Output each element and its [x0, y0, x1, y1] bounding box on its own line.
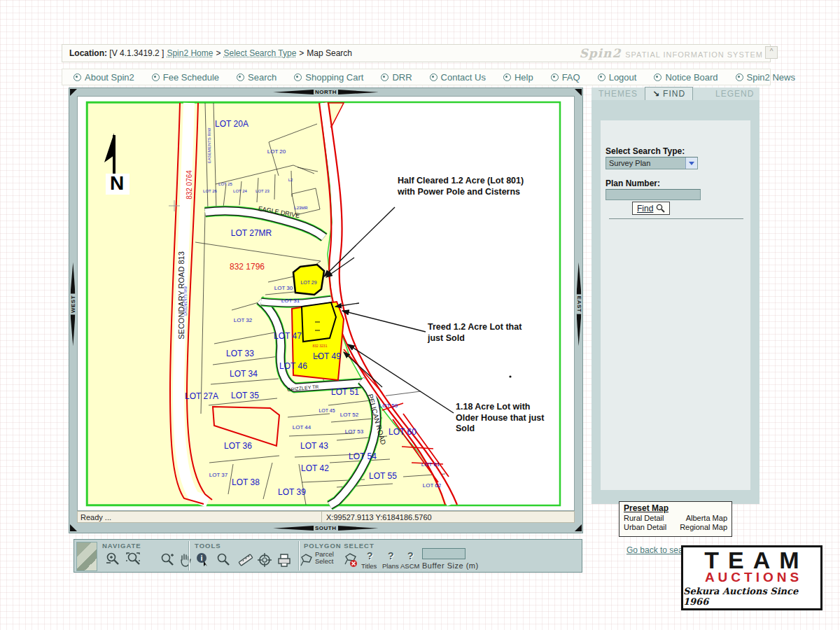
map-annotation: Older House that just	[456, 413, 545, 423]
map-label: LOT 31	[281, 298, 300, 304]
pan-hand-icon[interactable]	[176, 552, 193, 568]
measure-ruler-icon[interactable]	[237, 552, 254, 568]
map-annotation: with Power Pole and Cisterns	[397, 187, 520, 197]
find-button-label: Find	[637, 204, 653, 214]
map-corner-arrow-nw[interactable]	[70, 89, 77, 96]
ascm-label[interactable]: ASCM	[400, 562, 419, 570]
map-label: LOT 27MR	[231, 228, 272, 238]
parcel-select-icon[interactable]	[299, 552, 316, 568]
map-corner-arrow-ne[interactable]	[575, 89, 582, 96]
plan-number-input[interactable]	[606, 189, 701, 200]
menu-label: Spin2 News	[747, 72, 795, 83]
menu-label: Search	[248, 72, 276, 83]
plans-label[interactable]: Plans	[382, 562, 399, 570]
center-target-icon[interactable]	[256, 552, 273, 568]
pan-west-control[interactable]: WEST	[70, 262, 76, 346]
map-svg: LOT 20ALOT 20LOT 26LOT 25LOT 24LOT 23L2L…	[78, 97, 575, 512]
map-label: LOT 44	[293, 424, 312, 430]
preset-urban-detail[interactable]: Urban Detail	[624, 523, 666, 531]
menu-item-help[interactable]: Help	[503, 72, 533, 83]
pan-north-control[interactable]: NORTH	[273, 89, 379, 95]
plans-help-icon[interactable]: ?	[388, 550, 394, 561]
preset-map-title: Preset Map	[624, 503, 727, 513]
tab-find[interactable]: ↘FIND	[645, 87, 693, 100]
logo-team: TEAM	[704, 550, 808, 570]
menu-item-notice-board[interactable]: Notice Board	[654, 72, 718, 83]
tab-themes[interactable]: THEMES	[592, 88, 645, 100]
parcel-select-label[interactable]: Parcel Select	[315, 551, 334, 565]
preset-map-box: Preset Map Rural Detail Alberta Map Urba…	[619, 501, 732, 537]
go-back-link[interactable]: Go back to sea	[626, 545, 683, 555]
logo-tagline: Sekura Auctions Since 1966	[683, 586, 820, 607]
pan-east-control[interactable]: EAST	[576, 262, 582, 346]
breadcrumb-select-search-type[interactable]: Select Search Type	[223, 48, 296, 58]
find-panel-body	[601, 120, 750, 490]
map-label: LOT 46	[279, 361, 307, 371]
tab-find-label: FIND	[663, 89, 685, 99]
menu-item-logout[interactable]: Logout	[598, 72, 637, 83]
map-annotation: Sold	[456, 424, 475, 433]
titles-label[interactable]: Titles	[361, 562, 377, 570]
menu-label: About Spin2	[85, 72, 134, 83]
zoom-in-icon[interactable]	[105, 552, 122, 568]
pan-south-control[interactable]: SOUTH	[273, 525, 379, 531]
zoom-pan-icon[interactable]	[160, 552, 176, 568]
menu-item-contact-us[interactable]: Contact Us	[430, 72, 486, 83]
menu-item-shopping-cart[interactable]: Shopping Cart	[294, 72, 363, 83]
map-label: LOT 49	[313, 351, 341, 361]
north-label: NORTH	[315, 89, 337, 95]
east-wedge-icon	[577, 262, 582, 295]
status-ready: Ready ...	[78, 512, 322, 522]
zoom-box-icon[interactable]	[125, 552, 141, 568]
panel-tabs: THEMES ↘FIND LEGEND	[592, 88, 760, 100]
map-label: L23MR	[294, 206, 308, 210]
menu-item-spin2-news[interactable]: Spin2 News	[736, 72, 795, 83]
map-label: LOT 54	[349, 451, 377, 461]
north-wedge-icon	[273, 90, 314, 94]
titles-help-icon[interactable]: ?	[367, 550, 373, 561]
clear-selection-icon[interactable]	[343, 552, 360, 568]
map-label: LOT 59	[379, 402, 398, 409]
map-corner-arrow-se[interactable]	[575, 524, 582, 531]
menu-item-search[interactable]: Search	[237, 72, 276, 83]
menu-label: Notice Board	[665, 72, 718, 83]
map-corner-arrow-sw[interactable]	[70, 524, 77, 531]
map-label: LOT 47	[274, 331, 302, 341]
menu-label: Help	[514, 72, 533, 83]
map-label: LOT 42	[301, 463, 329, 473]
map-label: 832 3231	[313, 344, 328, 348]
tab-legend[interactable]: LEGEND	[708, 88, 761, 100]
search-type-label: Select Search Type:	[606, 146, 685, 156]
menu-label: FAQ	[562, 72, 580, 83]
menu-item-about-spin2[interactable]: About Spin2	[74, 72, 134, 83]
radio-icon	[430, 74, 438, 81]
toolbar-divider	[188, 541, 189, 570]
search-magnifier-icon[interactable]	[215, 552, 232, 568]
menu-item-fee-schedule[interactable]: Fee Schedule	[152, 72, 219, 83]
map-label: LOT 61	[421, 461, 440, 468]
preset-regional-map[interactable]: Regional Map	[680, 523, 727, 531]
scroll-up-button[interactable]: ^	[765, 46, 778, 59]
west-label: WEST	[70, 295, 76, 313]
preset-rural-detail[interactable]: Rural Detail	[624, 514, 664, 522]
version-text: [V 4.1.3419.2 ]	[109, 48, 164, 58]
map-label: LOT 43	[300, 441, 328, 451]
search-type-dropdown[interactable]: Survey Plan	[606, 157, 698, 169]
map-label: LOT 26	[203, 189, 218, 193]
preset-alberta-map[interactable]: Alberta Map	[686, 514, 727, 522]
menu-item-faq[interactable]: FAQ	[551, 72, 580, 83]
menu-item-drr[interactable]: DRR	[381, 72, 412, 83]
map-label: LOT 39	[278, 487, 306, 497]
print-icon[interactable]	[276, 552, 293, 568]
breadcrumb-spin2-home[interactable]: Spin2 Home	[167, 48, 213, 58]
map-label: LOT 53	[345, 428, 364, 435]
radio-icon	[654, 74, 662, 81]
overview-thumbnail[interactable]	[76, 542, 97, 571]
find-button[interactable]: Find	[632, 202, 670, 215]
dropdown-button[interactable]	[685, 158, 697, 169]
identify-info-icon[interactable]: i	[195, 552, 211, 568]
buffer-size-input[interactable]	[422, 548, 465, 559]
map-canvas[interactable]: LOT 20ALOT 20LOT 26LOT 25LOT 24LOT 23L2L…	[77, 96, 575, 511]
radio-icon	[294, 74, 302, 81]
ascm-help-icon[interactable]: ?	[407, 550, 414, 561]
